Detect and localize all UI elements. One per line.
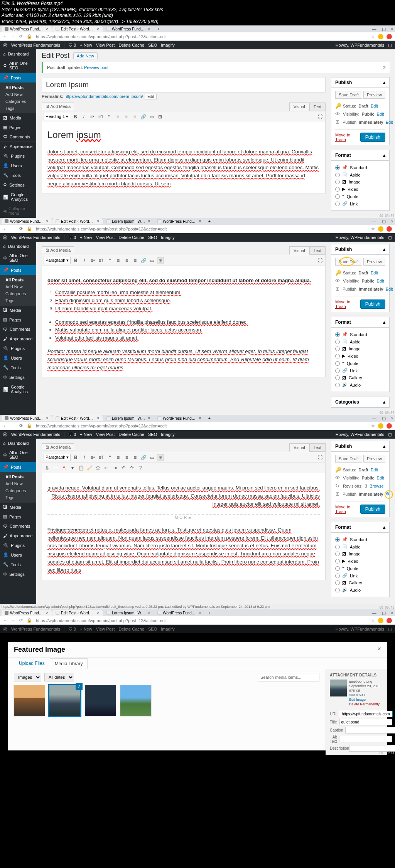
avatar[interactable]: ▢ bbox=[388, 43, 392, 48]
sidebar-item-posts[interactable]: 📌Posts bbox=[0, 265, 36, 275]
reload-icon[interactable]: ⟳ bbox=[19, 226, 23, 231]
format-standard[interactable]: 📌Standard bbox=[335, 164, 385, 171]
comments-icon[interactable]: 🗨 0 bbox=[68, 43, 76, 47]
caption-field[interactable] bbox=[345, 727, 395, 733]
minimize-icon[interactable]: — bbox=[372, 27, 376, 32]
sidebar-item-comments[interactable]: 🗨Comments bbox=[0, 132, 36, 142]
new-menu[interactable]: + New bbox=[80, 43, 92, 47]
star-icon[interactable]: ☆ bbox=[371, 34, 375, 39]
format-image[interactable]: 🖼Image bbox=[335, 178, 385, 185]
delete-cache-link[interactable]: Delete Cache bbox=[118, 43, 144, 47]
browser-tab[interactable]: WordPress Fundamentals - Goo…× bbox=[2, 26, 52, 32]
visual-editor[interactable]: dolor sit amet, consectetur adipiscing e… bbox=[42, 266, 326, 377]
sidebar-sub-categories[interactable]: Categories bbox=[5, 98, 36, 105]
toggle-icon[interactable]: ▴ bbox=[383, 153, 385, 158]
sidebar-sub-tags[interactable]: Tags bbox=[5, 105, 36, 112]
site-name[interactable]: WordPress Fundamentals bbox=[11, 43, 60, 47]
add-new-button[interactable]: Add New bbox=[73, 52, 98, 59]
bold-icon[interactable]: B bbox=[72, 113, 79, 120]
type-filter[interactable]: Images bbox=[14, 673, 41, 681]
new-tab-button[interactable]: + bbox=[205, 218, 213, 224]
edit-status-link[interactable]: Edit bbox=[371, 104, 378, 108]
browser-tab[interactable]: WordPress Fundamentals | Lear…× bbox=[154, 218, 204, 224]
sidebar-item-settings[interactable]: ⚙Settings bbox=[0, 180, 36, 190]
browser-tab[interactable]: Lorem Ipsum | WordPress Funda…× bbox=[103, 218, 154, 224]
sidebar-item-pages[interactable]: ▤Pages bbox=[0, 123, 36, 132]
new-tab-button[interactable]: + bbox=[154, 26, 162, 32]
toggle-icon[interactable]: ▴ bbox=[383, 80, 385, 85]
date-filter[interactable]: All dates bbox=[44, 673, 74, 681]
view-post-link[interactable]: View Post bbox=[96, 43, 115, 47]
reload-icon[interactable]: ⟳ bbox=[19, 34, 23, 39]
edit-image-link[interactable]: Edit Image bbox=[349, 698, 381, 702]
text-tab[interactable]: Text bbox=[309, 103, 326, 111]
url-field[interactable] bbox=[340, 711, 393, 717]
sidebar-item-seo[interactable]: ⚙All in One SEO bbox=[0, 251, 36, 265]
align-center-icon[interactable]: ≡ bbox=[123, 113, 130, 120]
edit-date-button[interactable]: ⚙ bbox=[386, 491, 390, 496]
format-video[interactable]: ▶Video bbox=[335, 185, 385, 193]
back-icon[interactable]: ← bbox=[3, 34, 7, 39]
strike-icon[interactable]: S̶ bbox=[44, 464, 51, 471]
save-draft-button[interactable]: Save Draft bbox=[335, 258, 362, 266]
upload-files-tab[interactable]: Upload Files bbox=[14, 658, 50, 669]
close-icon[interactable]: × bbox=[378, 646, 381, 654]
close-icon[interactable]: × bbox=[391, 27, 393, 32]
address-bar[interactable]: https://wpfundamentals.com/wp-admin/post… bbox=[36, 34, 367, 39]
format-quote[interactable]: ❝Quote bbox=[335, 193, 385, 200]
sidebar-item-appearance[interactable]: 🖌Appearance bbox=[0, 142, 36, 151]
permalink-link[interactable]: https://wpfundamentals.com/lorem-ipsum/ bbox=[64, 94, 143, 99]
dismiss-icon[interactable]: ⊘ bbox=[382, 65, 386, 70]
back-icon[interactable]: ← bbox=[3, 227, 7, 231]
browser-tab[interactable]: Edit Post ‹ WordPress Fundame…× bbox=[52, 26, 103, 32]
sidebar-sub-all-posts[interactable]: All Posts bbox=[5, 84, 36, 91]
browser-tab[interactable]: WordPress Fundamentals | Lear…× bbox=[103, 26, 154, 32]
more-icon[interactable]: ▭ bbox=[148, 113, 155, 120]
sidebar-item-media[interactable]: 🖼Media bbox=[0, 113, 36, 123]
alt-text-field[interactable] bbox=[339, 736, 392, 742]
media-library-tab[interactable]: Media Library bbox=[50, 658, 88, 669]
address-bar[interactable]: https://wpfundamentals.com/wp-admin/post… bbox=[36, 227, 367, 231]
number-list-icon[interactable]: ≡1 bbox=[97, 113, 104, 120]
media-thumbnail[interactable] bbox=[49, 685, 80, 716]
ext-icon[interactable] bbox=[378, 34, 383, 39]
link-icon[interactable]: 🔗 bbox=[140, 113, 147, 120]
sidebar-item-seo[interactable]: ⚙All in One SEO bbox=[0, 59, 36, 73]
media-thumbnail[interactable] bbox=[14, 685, 45, 716]
align-right-icon[interactable]: ≡ bbox=[131, 113, 138, 120]
browse-revisions-link[interactable]: Browse bbox=[370, 484, 384, 488]
sidebar-item-dashboard[interactable]: ⌂Dashboard bbox=[0, 242, 36, 251]
sidebar-item-tools[interactable]: 🔧Tools bbox=[0, 170, 36, 180]
save-draft-button[interactable]: Save Draft bbox=[335, 91, 362, 99]
visual-editor[interactable]: Lorem ipsum dolor sit amet, consectetur … bbox=[42, 122, 326, 193]
align-left-icon[interactable]: ≡ bbox=[114, 113, 121, 120]
preview-button[interactable]: Preview bbox=[363, 91, 385, 99]
visual-editor[interactable]: gravida neque. Volutpat diam ut venenati… bbox=[42, 473, 326, 580]
sidebar-item-users[interactable]: 👤Users bbox=[0, 161, 36, 170]
add-media-button[interactable]: 🖻 Add Media bbox=[42, 103, 74, 110]
format-select[interactable]: Heading 1 ▾ bbox=[44, 113, 70, 120]
seo-menu[interactable]: SEO bbox=[148, 43, 157, 47]
sidebar-item-plugins[interactable]: 🔌Plugins bbox=[0, 151, 36, 161]
imagify-menu[interactable]: Imagify bbox=[161, 43, 174, 47]
forward-icon[interactable]: → bbox=[11, 227, 15, 231]
format-aside[interactable]: 📄Aside bbox=[335, 171, 385, 178]
howdy-menu[interactable]: Howdy, WPFundamentals bbox=[336, 43, 384, 47]
maximize-icon[interactable]: ▢ bbox=[382, 27, 386, 32]
sidebar-item-ga[interactable]: 📊Google Analytics bbox=[0, 190, 36, 204]
forward-icon[interactable]: → bbox=[11, 34, 15, 39]
edit-visibility-link[interactable]: Edit bbox=[377, 112, 384, 116]
bullet-list-icon[interactable]: ≡• bbox=[89, 113, 96, 120]
search-input[interactable] bbox=[258, 673, 319, 681]
sidebar-item-dashboard[interactable]: ⌂Dashboard bbox=[0, 49, 36, 59]
toggle-row-icon[interactable]: ⊞ bbox=[157, 113, 164, 120]
edit-permalink-button[interactable]: Edit bbox=[145, 94, 157, 99]
italic-icon[interactable]: I bbox=[80, 113, 87, 120]
delete-permanently-link[interactable]: Delete Permanently bbox=[349, 702, 381, 707]
edit-date-link[interactable]: Edit bbox=[386, 120, 393, 124]
format-link[interactable]: 🔗Link bbox=[335, 200, 385, 207]
quote-icon[interactable]: ❝ bbox=[106, 113, 113, 120]
wp-logo-icon[interactable]: ⓦ bbox=[3, 235, 7, 241]
visual-tab[interactable]: Visual bbox=[289, 103, 309, 111]
publish-button[interactable]: Publish bbox=[360, 133, 385, 142]
